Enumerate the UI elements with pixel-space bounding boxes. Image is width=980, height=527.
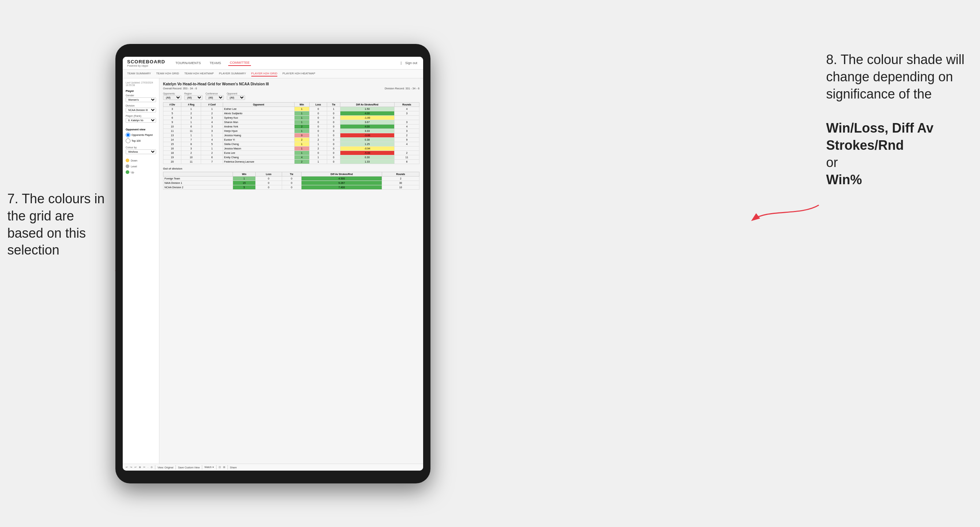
opponent-view: Opponent view Opponents Played Top 100 — [126, 128, 156, 143]
filter-opponents-select[interactable]: (All) — [163, 95, 181, 100]
cell-reg: 11 — [181, 129, 201, 133]
cell-conf: 6 — [201, 155, 223, 160]
ood-cell-tie: 0 — [282, 176, 301, 181]
cell-win: 1 — [294, 142, 309, 146]
cell-loss: 0 — [309, 124, 327, 129]
toolbar-redo[interactable]: ↪ — [130, 466, 132, 469]
ood-cell-win: 15 — [233, 181, 255, 185]
sub-nav-player-summary[interactable]: PLAYER SUMMARY — [219, 71, 246, 76]
cell-diff: -3.00 — [340, 133, 394, 138]
table-row: 19 10 6 Emily Chang 4 1 0 0.30 11 — [163, 155, 420, 160]
ood-col-rounds: Rounds — [382, 172, 420, 176]
radio-opponents-played[interactable]: Opponents Played — [126, 133, 156, 137]
cell-loss: 0 — [309, 107, 327, 111]
nav-teams[interactable]: TEAMS — [208, 60, 223, 65]
toolbar-view-original[interactable]: View: Original — [158, 466, 173, 469]
toolbar-share[interactable]: Share — [230, 466, 237, 469]
cell-win: 1 — [294, 129, 309, 133]
cell-tie: 0 — [327, 142, 340, 146]
ood-cell-tie: 0 — [282, 181, 301, 185]
toolbar-grid2[interactable]: ⊞ — [223, 466, 225, 469]
cell-reg: 7 — [181, 138, 201, 142]
legend-up-circle — [126, 170, 129, 174]
cell-div: 5 — [163, 111, 181, 116]
filter-conference-select[interactable]: (All) — [205, 95, 224, 100]
cell-tie: 0 — [327, 133, 340, 138]
cell-opponent: Euna Lee — [223, 151, 294, 155]
ood-cell-rounds: 10 — [382, 185, 420, 190]
table-row: 14 7 4 Eunice Yi 2 2 0 0.38 9 — [163, 138, 420, 142]
toolbar-undo2[interactable]: ↩ — [134, 466, 137, 469]
toolbar-grid1[interactable]: ⊡ — [219, 466, 221, 469]
cell-reg: 1 — [181, 120, 201, 124]
legend-down-label: Down — [131, 159, 137, 162]
sub-nav-team-h2h-grid[interactable]: TEAM H2H GRID — [156, 71, 179, 76]
sub-nav-team-summary[interactable]: TEAM SUMMARY — [127, 71, 151, 76]
sub-nav-player-h2h-grid[interactable]: PLAYER H2H GRID — [251, 71, 277, 76]
cell-tie: 0 — [327, 155, 340, 160]
sub-nav-player-h2h-heatmap[interactable]: PLAYER H2H HEATMAP — [282, 71, 315, 76]
cell-div: 11 — [163, 129, 181, 133]
col-loss: Loss — [309, 103, 327, 107]
table-row: 11 11 3 Heejo Hyun 1 0 0 3.33 3 — [163, 129, 420, 133]
cell-conf: 1 — [201, 133, 223, 138]
toolbar-watch[interactable]: Watch ▾ — [204, 466, 214, 469]
cell-tie: 0 — [327, 116, 340, 120]
cell-diff: -1.00 — [340, 116, 394, 120]
ood-cell-diff: 4.500 — [302, 176, 382, 181]
cell-loss: 0 — [309, 116, 327, 120]
overall-record: Overall Record: 353 - 34 - 6 — [163, 87, 197, 90]
filter-region-select[interactable]: (All) — [184, 95, 203, 100]
cell-diff: -0.94 — [340, 146, 394, 151]
nav-signin[interactable]: Sign out — [404, 60, 419, 65]
table-header-row: # Div # Reg # Conf Opponent Win Loss Tie… — [163, 103, 420, 107]
toolbar-divider-4 — [216, 465, 216, 470]
toolbar-save-custom[interactable]: Save Custom View — [178, 466, 200, 469]
logo-block: SCOREBOARD Powered by clippd — [127, 59, 165, 67]
nav-tournaments[interactable]: TOURNAMENTS — [174, 60, 202, 65]
ood-cell-diff: 7.400 — [302, 185, 382, 190]
toolbar-dot[interactable]: · — [148, 466, 148, 469]
toolbar-circle[interactable]: ⊙ — [151, 466, 153, 469]
col-reg: # Reg — [181, 103, 201, 107]
toolbar-undo[interactable]: ↩ — [126, 466, 128, 469]
col-opponent: Opponent — [223, 103, 294, 107]
sidebar-division-label: Division — [126, 105, 156, 107]
cell-reg: 3 — [181, 146, 201, 151]
radio-top100[interactable]: Top 100 — [126, 138, 156, 143]
player-rank-select[interactable]: 8. Katelyn Vo — [126, 118, 156, 123]
cell-opponent: Federica Domecq Lacroze — [223, 160, 294, 164]
table-row: 18 2 2 Euna Lee 1 0 0 -5.00 2 — [163, 151, 420, 155]
ood-cell-team: Foreign Team — [163, 176, 233, 181]
colour-by-select[interactable]: Win/loss Diff Av Strokes/Rnd Win% — [126, 149, 156, 154]
cell-div: 3 — [163, 107, 181, 111]
cell-div: 14 — [163, 138, 181, 142]
sub-nav-team-h2h-heatmap[interactable]: TEAM H2H HEATMAP — [184, 71, 214, 76]
cell-tie: 0 — [327, 151, 340, 155]
cell-win: 1 — [294, 120, 309, 124]
cell-rounds: 6 — [394, 160, 419, 164]
cell-tie: 0 — [327, 129, 340, 133]
ood-cell-tie: 0 — [282, 185, 301, 190]
top-nav: SCOREBOARD Powered by clippd TOURNAMENTS… — [123, 57, 423, 70]
cell-conf: 3 — [201, 129, 223, 133]
division-select[interactable]: NCAA Division III — [126, 108, 156, 113]
table-row: 15 8 5 Stella Cheng 1 1 0 1.25 4 — [163, 142, 420, 146]
data-panel: Katelyn Vo Head-to-Head Grid for Women's… — [159, 78, 423, 464]
legend-down: Down — [126, 159, 156, 162]
gender-select[interactable]: Women's — [126, 97, 156, 102]
cell-rounds: 4 — [394, 142, 419, 146]
col-win: Win — [294, 103, 309, 107]
toolbar-cut[interactable]: ✂ — [143, 466, 145, 469]
ood-cell-rounds: 30 — [382, 181, 420, 185]
cell-rounds: 9 — [394, 138, 419, 142]
toolbar-add[interactable]: ⊕ — [139, 466, 141, 469]
filters-row: Opponents: (All) Region (All) Conference — [163, 92, 420, 100]
cell-rounds: 11 — [394, 155, 419, 160]
cell-conf: 4 — [201, 138, 223, 142]
cell-reg: 11 — [181, 160, 201, 164]
filter-region: Region (All) — [184, 92, 203, 100]
nav-committee[interactable]: COMMITTEE — [228, 60, 251, 66]
filter-opponent-select[interactable]: (All) — [227, 95, 245, 100]
legend-level: Level — [126, 164, 156, 168]
